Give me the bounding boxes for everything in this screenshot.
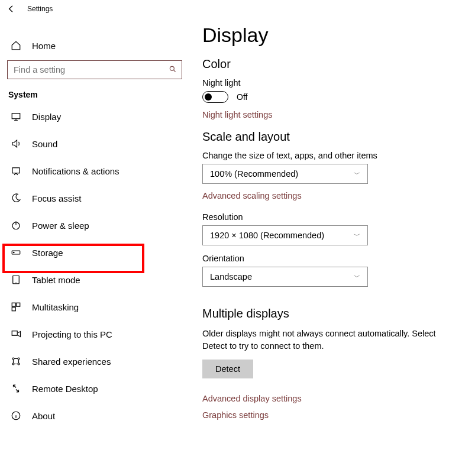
scale-value: 100% (Recommended) (210, 169, 298, 179)
svg-rect-10 (12, 331, 17, 336)
titlebar: Settings (0, 0, 189, 18)
orientation-value: Landscape (210, 272, 252, 281)
resolution-label: Resolution (202, 212, 443, 222)
sidebar-item-multitasking[interactable]: Multitasking (0, 293, 189, 320)
sidebar-item-display[interactable]: Display (0, 103, 189, 130)
sound-icon (11, 138, 21, 149)
nav-label: Display (32, 112, 61, 122)
sidebar: Settings Home System Display (0, 0, 189, 476)
night-light-label: Night light (202, 78, 443, 88)
remote-desktop-icon (11, 383, 21, 394)
nav-label: Tablet mode (32, 275, 80, 285)
search-icon (169, 65, 177, 75)
svg-rect-1 (12, 114, 20, 119)
multiple-displays-text: Older displays might not always connect … (202, 328, 443, 352)
svg-point-11 (12, 358, 14, 360)
window-title: Settings (27, 5, 53, 13)
sidebar-item-projecting[interactable]: Projecting to this PC (0, 320, 189, 348)
search-input[interactable] (12, 64, 169, 75)
svg-point-12 (18, 358, 20, 360)
orientation-label: Orientation (202, 254, 443, 263)
focus-assist-icon (11, 193, 21, 203)
chevron-down-icon: ﹀ (354, 273, 360, 281)
nav-label: Shared experiences (32, 357, 111, 367)
home-icon (11, 40, 21, 51)
about-icon (11, 410, 21, 421)
multiple-displays-heading: Multiple displays (202, 307, 443, 320)
projecting-icon (11, 329, 21, 339)
svg-rect-9 (12, 307, 15, 311)
chevron-down-icon: ﹀ (354, 231, 360, 240)
svg-point-0 (170, 66, 174, 70)
power-icon (11, 220, 21, 231)
sidebar-item-about[interactable]: About (0, 402, 189, 429)
svg-rect-2 (12, 168, 20, 173)
nav-label: Notifications & actions (32, 166, 119, 176)
nav-label: Multitasking (32, 302, 79, 312)
svg-rect-7 (12, 303, 15, 306)
search-box[interactable] (7, 60, 182, 79)
section-system-label: System (0, 88, 189, 103)
tablet-icon (11, 274, 21, 285)
nav-label: Power & sleep (32, 221, 89, 231)
storage-icon (11, 247, 21, 258)
svg-point-13 (12, 363, 14, 365)
nav-label: About (32, 411, 55, 421)
night-light-state: Off (237, 92, 247, 102)
orientation-select[interactable]: Landscape ﹀ (202, 267, 368, 287)
chevron-down-icon: ﹀ (354, 170, 360, 179)
home-label: Home (32, 41, 56, 51)
svg-point-5 (14, 252, 15, 253)
night-light-toggle[interactable] (202, 91, 228, 103)
advanced-display-link[interactable]: Advanced display settings (202, 394, 443, 403)
page-title: Display (202, 24, 443, 47)
svg-rect-8 (17, 303, 20, 306)
graphics-settings-link[interactable]: Graphics settings (202, 410, 443, 420)
scale-label: Change the size of text, apps, and other… (202, 151, 443, 160)
sidebar-item-tablet-mode[interactable]: Tablet mode (0, 266, 189, 293)
resolution-value: 1920 × 1080 (Recommended) (210, 231, 324, 240)
back-icon[interactable] (6, 4, 17, 14)
nav-label: Focus assist (32, 193, 81, 203)
advanced-scaling-link[interactable]: Advanced scaling settings (202, 191, 443, 200)
night-light-settings-link[interactable]: Night light settings (202, 110, 443, 119)
nav-label: Projecting to this PC (32, 329, 112, 339)
sidebar-item-shared-experiences[interactable]: Shared experiences (0, 348, 189, 375)
shared-icon (11, 356, 21, 367)
display-icon (11, 111, 21, 122)
scale-heading: Scale and layout (202, 130, 443, 144)
notifications-icon (11, 166, 21, 176)
svg-point-14 (18, 363, 20, 365)
sidebar-item-home[interactable]: Home (0, 34, 189, 57)
sidebar-item-sound[interactable]: Sound (0, 130, 189, 157)
resolution-select[interactable]: 1920 × 1080 (Recommended) ﹀ (202, 225, 368, 245)
scale-select[interactable]: 100% (Recommended) ﹀ (202, 164, 368, 184)
sidebar-item-focus-assist[interactable]: Focus assist (0, 184, 189, 212)
sidebar-item-power-sleep[interactable]: Power & sleep (0, 212, 189, 239)
main-panel: Display Color Night light Off Night ligh… (189, 0, 449, 476)
nav-label: Storage (32, 248, 63, 258)
sidebar-item-notifications[interactable]: Notifications & actions (0, 157, 189, 184)
color-heading: Color (202, 57, 443, 71)
multitasking-icon (11, 302, 21, 312)
detect-button[interactable]: Detect (202, 360, 253, 378)
nav-label: Remote Desktop (32, 384, 98, 394)
nav-label: Sound (32, 139, 57, 149)
sidebar-item-storage[interactable]: Storage (0, 239, 189, 266)
sidebar-item-remote-desktop[interactable]: Remote Desktop (0, 375, 189, 402)
